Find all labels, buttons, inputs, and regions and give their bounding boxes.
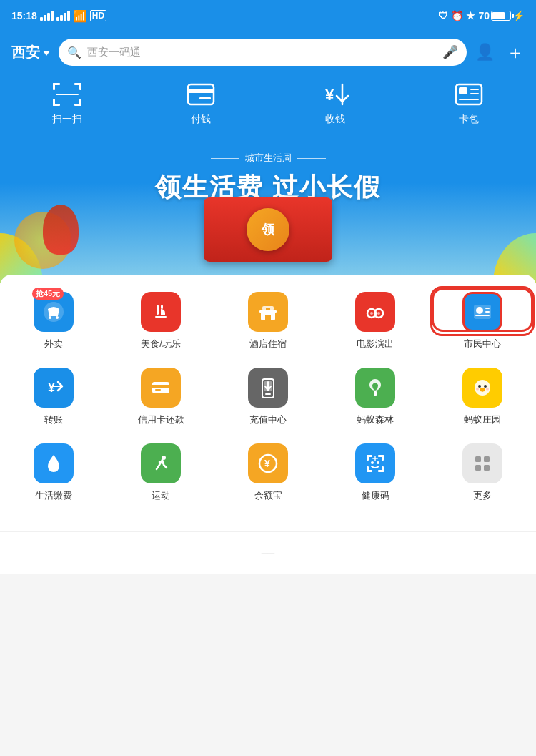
receive-button[interactable]: 领 xyxy=(247,208,289,251)
service-dianying[interactable]: 电影演出 xyxy=(329,292,422,350)
yuebao-icon: ¥ xyxy=(248,443,288,483)
svg-rect-12 xyxy=(199,97,211,99)
more-label: 更多 xyxy=(473,489,492,502)
svg-rect-76 xyxy=(484,456,490,462)
battery-container: 70 ⚡ xyxy=(478,10,525,21)
service-yuebao[interactable]: ¥ 余额宝 xyxy=(222,443,314,502)
service-row-1: 抢45元 外卖 美食/玩乐 xyxy=(0,292,536,350)
mic-icon[interactable]: 🎤 xyxy=(442,44,458,60)
svg-point-55 xyxy=(478,385,481,388)
quick-action-scan[interactable]: 扫一扫 xyxy=(50,82,84,126)
zhuangyuan-icon xyxy=(462,368,502,408)
svg-text:¥: ¥ xyxy=(325,86,334,104)
battery-icon xyxy=(491,11,511,21)
svg-point-39 xyxy=(476,307,483,314)
service-waimai[interactable]: 抢45元 外卖 xyxy=(7,292,100,350)
status-left: 15:18 📶 HD xyxy=(11,9,106,23)
service-jiankang[interactable]: 健康码 xyxy=(329,443,422,502)
status-right: 🛡 ⏰ ★ 70 ⚡ xyxy=(438,10,525,21)
service-jiudian[interactable]: 酒店住宿 xyxy=(222,292,314,350)
service-meishi[interactable]: 美食/玩乐 xyxy=(114,292,207,350)
more-icon xyxy=(462,443,502,483)
nav-icons: 👤 ＋ xyxy=(475,40,525,65)
service-more[interactable]: 更多 xyxy=(436,443,529,502)
signal-strength-icon xyxy=(40,11,54,21)
card-label: 卡包 xyxy=(459,113,479,126)
service-zhuanzhang[interactable]: ¥ 转账 xyxy=(7,368,100,426)
promotional-banner[interactable]: 城市生活周 领生活费 过小长假 领 xyxy=(0,140,536,283)
svg-rect-47 xyxy=(155,389,161,391)
jiankang-icon xyxy=(355,443,395,483)
service-zhuangyuan[interactable]: 蚂蚁庄园 xyxy=(436,368,529,426)
quick-actions: 扫一扫 ¥ 付钱 ¥ 收钱 xyxy=(0,76,536,140)
xinyong-label: 信用卡还款 xyxy=(138,413,184,426)
svg-rect-16 xyxy=(459,87,467,94)
bluetooth-icon: ★ xyxy=(466,10,475,21)
shimin-icon xyxy=(462,292,502,332)
svg-point-21 xyxy=(49,316,51,319)
svg-rect-7 xyxy=(79,99,81,106)
svg-rect-50 xyxy=(265,393,271,395)
service-xinyong[interactable]: 信用卡还款 xyxy=(114,368,207,426)
wifi-icon: 📶 xyxy=(73,9,87,23)
svg-rect-3 xyxy=(79,83,81,90)
meishi-icon xyxy=(141,292,181,332)
banner-subtitle: 城市生活周 xyxy=(211,152,326,165)
battery-percent: 70 xyxy=(478,10,490,21)
service-senlin[interactable]: 蚂蚁森林 xyxy=(329,368,422,426)
time-display: 15:18 xyxy=(11,10,37,21)
svg-rect-24 xyxy=(161,305,163,309)
jiaofe-icon xyxy=(34,443,74,483)
svg-rect-66 xyxy=(382,455,384,461)
charging-icon: ⚡ xyxy=(512,10,525,21)
svg-rect-64 xyxy=(367,455,369,461)
service-jiaofe[interactable]: 生活缴费 xyxy=(7,443,100,502)
yundong-icon xyxy=(141,443,181,483)
senlin-icon xyxy=(355,368,395,408)
waimai-icon: 抢45元 xyxy=(34,292,74,332)
svg-rect-27 xyxy=(265,315,271,320)
city-selector[interactable]: 西安 xyxy=(11,43,50,62)
quick-action-collect[interactable]: ¥ 收钱 xyxy=(318,82,352,126)
signal-strength-2-icon xyxy=(56,11,70,21)
dianying-icon xyxy=(355,292,395,332)
alarm-icon: ⏰ xyxy=(451,10,463,21)
bottom-content-partial: ── xyxy=(0,531,536,574)
quick-action-pay[interactable]: ¥ 付钱 xyxy=(184,82,218,126)
card-icon xyxy=(452,82,486,107)
yuebao-label: 余额宝 xyxy=(254,489,282,502)
svg-point-36 xyxy=(370,312,373,315)
shimin-label: 市民中心 xyxy=(464,338,501,350)
svg-rect-38 xyxy=(474,305,491,319)
dianying-label: 电影演出 xyxy=(357,338,394,350)
search-bar[interactable]: 🔍 西安一码通 🎤 xyxy=(59,39,467,66)
flower-right-decoration xyxy=(450,183,536,283)
waimai-label: 外卖 xyxy=(44,338,63,350)
service-chongzhi[interactable]: 充值中心 xyxy=(222,368,314,426)
svg-text:¥: ¥ xyxy=(192,94,197,102)
service-row-3: 生活缴费 运动 ¥ 余额宝 xyxy=(0,443,536,502)
svg-point-22 xyxy=(56,316,59,319)
zhuanzhang-icon: ¥ xyxy=(34,368,74,408)
svg-point-72 xyxy=(377,461,379,464)
service-yundong[interactable]: 运动 xyxy=(114,443,207,502)
service-row-2: ¥ 转账 信用卡还款 xyxy=(0,368,536,426)
svg-rect-68 xyxy=(367,466,369,472)
service-shimin[interactable]: 市民中心 xyxy=(436,292,529,350)
svg-rect-28 xyxy=(259,310,277,313)
highlight-border xyxy=(430,286,535,336)
chongzhi-icon xyxy=(248,368,288,408)
svg-rect-1 xyxy=(53,83,55,90)
red-envelope[interactable]: 领 xyxy=(204,197,332,262)
pay-icon: ¥ xyxy=(184,82,218,107)
svg-rect-40 xyxy=(485,308,490,309)
svg-rect-25 xyxy=(155,316,167,318)
svg-rect-18 xyxy=(470,93,479,94)
add-icon[interactable]: ＋ xyxy=(506,40,525,65)
user-icon[interactable]: 👤 xyxy=(475,43,495,62)
svg-rect-77 xyxy=(475,465,481,471)
scan-icon xyxy=(50,82,84,107)
svg-rect-41 xyxy=(485,311,490,313)
quick-action-card[interactable]: 卡包 xyxy=(452,82,486,126)
jiudian-icon xyxy=(248,292,288,332)
